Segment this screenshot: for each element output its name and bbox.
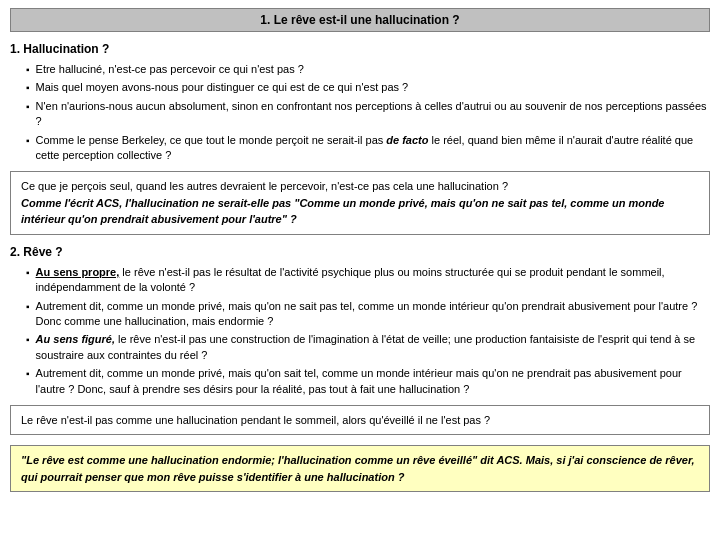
list-item: Mais quel moyen avons-nous pour distingu… [26, 80, 710, 95]
list-item: Comme le pense Berkeley, ce que tout le … [26, 133, 710, 164]
section2: 2. Rêve ? Au sens propre, le rêve n'est-… [10, 245, 710, 397]
section1-heading: 1. Hallucination ? [10, 42, 710, 56]
bullet-text: Mais quel moyen avons-nous pour distingu… [36, 80, 409, 95]
list-item: N'en n'aurions-nous aucun absolument, si… [26, 99, 710, 130]
bullet-text: Autrement dit, comme un monde privé, mai… [36, 299, 710, 330]
section2-heading: 2. Rêve ? [10, 245, 710, 259]
section1: 1. Hallucination ? Etre halluciné, n'est… [10, 42, 710, 163]
callout2-text: Le rêve n'est-il pas comme une hallucina… [21, 414, 490, 426]
bullet-text: Comme le pense Berkeley, ce que tout le … [36, 133, 710, 164]
callout3-text: "Le rêve est comme une hallucination end… [21, 454, 695, 483]
callout-box-3: "Le rêve est comme une hallucination end… [10, 445, 710, 492]
callout-box-2: Le rêve n'est-il pas comme une hallucina… [10, 405, 710, 436]
section2-bullet-list: Au sens propre, le rêve n'est-il pas le … [10, 265, 710, 397]
bullet-text: N'en n'aurions-nous aucun absolument, si… [36, 99, 710, 130]
page-container: 1. Le rêve est-il une hallucination ? 1.… [0, 0, 720, 510]
list-item: Au sens propre, le rêve n'est-il pas le … [26, 265, 710, 296]
section1-bullet-list: Etre halluciné, n'est-ce pas percevoir c… [10, 62, 710, 163]
bullet-text: Au sens propre, le rêve n'est-il pas le … [36, 265, 710, 296]
callout1-text2: Comme l'écrit ACS, l'hallucination ne se… [21, 197, 664, 226]
page-title: 1. Le rêve est-il une hallucination ? [260, 13, 459, 27]
bullet-text: Etre halluciné, n'est-ce pas percevoir c… [36, 62, 304, 77]
list-item: Autrement dit, comme un monde privé, mai… [26, 299, 710, 330]
callout-box-1: Ce que je perçois seul, quand les autres… [10, 171, 710, 235]
title-bar: 1. Le rêve est-il une hallucination ? [10, 8, 710, 32]
list-item: Autrement dit, comme un monde privé, mai… [26, 366, 710, 397]
bullet-text: Au sens figuré, le rêve n'est-il pas une… [36, 332, 710, 363]
callout1-text1: Ce que je perçois seul, quand les autres… [21, 180, 508, 192]
list-item: Au sens figuré, le rêve n'est-il pas une… [26, 332, 710, 363]
list-item: Etre halluciné, n'est-ce pas percevoir c… [26, 62, 710, 77]
bullet-text: Autrement dit, comme un monde privé, mai… [36, 366, 710, 397]
